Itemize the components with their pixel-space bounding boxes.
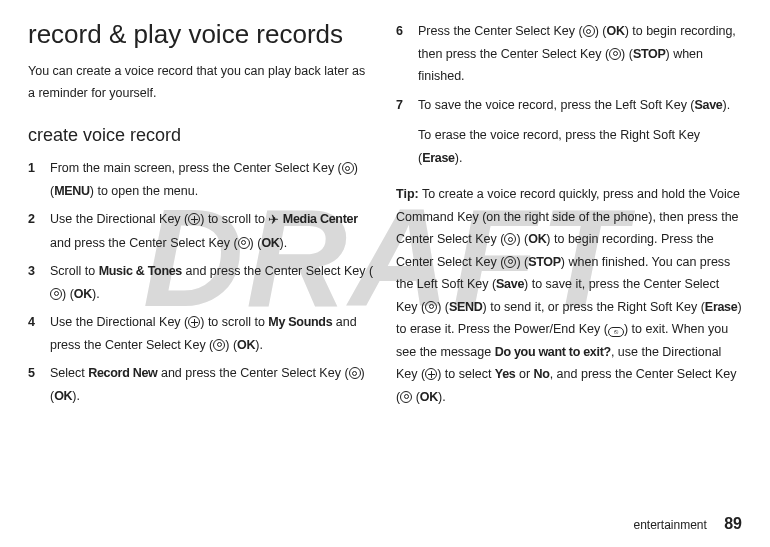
step-text: Select Record New and press the Center S… (50, 362, 374, 407)
ok-label: OK (54, 389, 72, 403)
step-num: 6 (396, 20, 418, 88)
text: ). (280, 236, 288, 250)
media-icon: ✈ (268, 208, 279, 231)
text: ) ( (516, 255, 528, 269)
text: ) to send it, or press the Right Soft Ke… (483, 300, 705, 314)
save-label: Save (496, 277, 524, 291)
right-column: 6 Press the Center Select Key () (OK) to… (396, 20, 742, 413)
page-footer: entertainment 89 (633, 515, 742, 533)
step-1: 1 From the main screen, press the Center… (28, 157, 374, 202)
media-center-label: Media Center (283, 212, 358, 226)
step-text: From the main screen, press the Center S… (50, 157, 374, 202)
center-select-key-icon (504, 256, 516, 268)
step-num: 1 (28, 157, 50, 202)
text: ) to scroll to (200, 212, 268, 226)
send-label: SEND (449, 300, 483, 314)
step-5: 5 Select Record New and press the Center… (28, 362, 374, 407)
text: ) ( (62, 287, 74, 301)
step-num: 7 (396, 94, 418, 178)
step-4: 4 Use the Directional Key () to scroll t… (28, 311, 374, 356)
center-select-key-icon (342, 162, 354, 174)
step-text: Press the Center Select Key () (OK) to b… (418, 20, 742, 88)
text: ) to scroll to (200, 315, 268, 329)
record-new-label: Record New (88, 366, 157, 380)
text: ) ( (621, 47, 633, 61)
ok-label: OK (606, 24, 624, 38)
text: and press the Center Select Key ( (182, 264, 373, 278)
text: ) ( (250, 236, 262, 250)
center-select-key-icon (609, 48, 621, 60)
step-text: Use the Directional Key () to scroll to … (50, 311, 374, 356)
text: ) ( (437, 300, 449, 314)
text: or (516, 367, 534, 381)
text: ). (438, 390, 446, 404)
no-label: No (534, 367, 550, 381)
text: Use the Directional Key ( (50, 212, 188, 226)
step-num: 4 (28, 311, 50, 356)
text: and press the Center Select Key ( (50, 236, 238, 250)
exit-message-label: Do you want to exit? (495, 345, 611, 359)
center-select-key-icon (213, 339, 225, 351)
my-sounds-label: My Sounds (268, 315, 332, 329)
directional-key-icon (425, 368, 437, 380)
page-number: 89 (724, 515, 742, 532)
step-num: 2 (28, 208, 50, 254)
save-label: Save (695, 98, 723, 112)
center-select-key-icon (238, 237, 250, 249)
step-3: 3 Scroll to Music & Tones and press the … (28, 260, 374, 305)
center-select-key-icon (50, 288, 62, 300)
center-select-key-icon (504, 233, 516, 245)
heading-record-play: record & play voice records (28, 20, 374, 50)
yes-label: Yes (495, 367, 516, 381)
step-6: 6 Press the Center Select Key () (OK) to… (396, 20, 742, 88)
center-select-key-icon (400, 391, 412, 403)
erase-label: Erase (705, 300, 738, 314)
text: ) to select (437, 367, 495, 381)
text: ) to open the menu. (90, 184, 198, 198)
section-name: entertainment (633, 518, 706, 532)
text: ). (455, 151, 463, 165)
ok-label: OK (237, 338, 255, 352)
left-column: record & play voice records You can crea… (28, 20, 374, 413)
ok-label: OK (261, 236, 279, 250)
ok-label: OK (528, 232, 546, 246)
center-select-key-icon (349, 367, 361, 379)
center-select-key-icon (583, 25, 595, 37)
step-text: Scroll to Music & Tones and press the Ce… (50, 260, 374, 305)
ok-label: OK (74, 287, 92, 301)
stop-label: STOP (528, 255, 561, 269)
text: Select (50, 366, 88, 380)
text: ( (412, 390, 420, 404)
step-2: 2 Use the Directional Key () to scroll t… (28, 208, 374, 254)
directional-key-icon (188, 213, 200, 225)
text: Use the Directional Key ( (50, 315, 188, 329)
step-7: 7 To save the voice record, press the Le… (396, 94, 742, 178)
text: From the main screen, press the Center S… (50, 161, 342, 175)
text: and press the Center Select Key ( (157, 366, 348, 380)
text: ). (723, 98, 731, 112)
menu-label: MENU (54, 184, 90, 198)
text: Scroll to (50, 264, 99, 278)
ok-label: OK (420, 390, 438, 404)
center-select-key-icon (425, 301, 437, 313)
erase-label: Erase (422, 151, 455, 165)
text: ). (92, 287, 100, 301)
text: ) ( (516, 232, 528, 246)
stop-label: STOP (633, 47, 666, 61)
heading-create: create voice record (28, 119, 374, 151)
text: Press the Center Select Key ( (418, 24, 583, 38)
page-content: record & play voice records You can crea… (28, 20, 742, 413)
step-num: 3 (28, 260, 50, 305)
text: ). (72, 389, 80, 403)
intro-text: You can create a voice record that you c… (28, 60, 374, 105)
directional-key-icon (188, 316, 200, 328)
tip-paragraph: Tip: To create a voice record quickly, p… (396, 183, 742, 408)
text: ) ( (595, 24, 607, 38)
power-end-key-icon: ⎋ (608, 327, 624, 337)
music-tones-label: Music & Tones (99, 264, 182, 278)
text: ) ( (225, 338, 237, 352)
text: To save the voice record, press the Left… (418, 98, 695, 112)
step-text: To save the voice record, press the Left… (418, 94, 742, 178)
step-num: 5 (28, 362, 50, 407)
tip-label: Tip: (396, 187, 419, 201)
